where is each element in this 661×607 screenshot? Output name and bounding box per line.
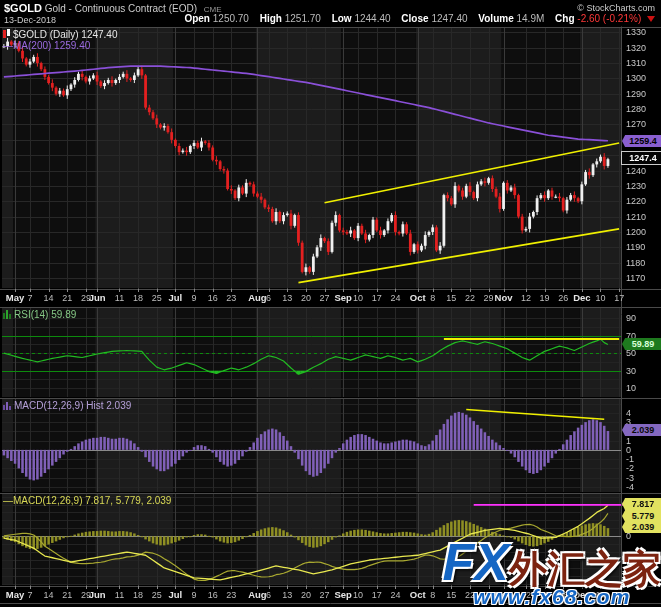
rsi-icon xyxy=(3,310,11,321)
ma200-value-badge: 1259.4 xyxy=(622,135,661,147)
macd-legend-label: —MACD(12,26,9) 7.817, 5.779, 2.039 xyxy=(3,495,171,506)
volume-label: Volume xyxy=(478,13,513,24)
open-value: 1250.70 xyxy=(213,13,249,24)
rsi-legend: RSI(14) 59.89 xyxy=(3,309,76,321)
histogram-icon xyxy=(3,401,11,412)
close-value: 1247.40 xyxy=(431,13,467,24)
ma200-legend: —MA(200) 1259.40 xyxy=(3,40,90,51)
watermark-chinese: 外汇之家 xyxy=(509,551,661,587)
rsi-legend-label: RSI(14) 59.89 xyxy=(14,309,76,320)
open-label: Open xyxy=(184,13,210,24)
chg-value: -2.60 (-0.21%) xyxy=(577,13,641,24)
low-label: Low xyxy=(332,13,352,24)
quote-bar: Open 1250.70 High 1251.70 Low 1244.40 Cl… xyxy=(176,13,655,24)
chart-title: Gold - Continuous Contract (EOD) xyxy=(45,3,197,14)
chart-canvas xyxy=(0,0,661,607)
rsi-value-badge: 59.89 xyxy=(622,338,661,350)
macd-signal-value-badge: 5.779 xyxy=(622,510,661,522)
watermark-fx: FX xyxy=(443,538,509,587)
close-label: Close xyxy=(401,13,428,24)
macd-hist-value-badge: 2.039 xyxy=(622,424,661,436)
macd-line-value-badge: 7.817 xyxy=(622,498,661,510)
copyright: © StockCharts.com xyxy=(577,3,655,13)
symbol: $GOLD xyxy=(4,2,42,14)
watermark: FX 外汇之家 www.fx68.com xyxy=(443,538,661,607)
price-legend-label: $GOLD (Daily) 1247.40 xyxy=(13,29,118,40)
chart-date: 13-Dec-2018 xyxy=(4,15,56,25)
high-value: 1251.70 xyxy=(285,13,321,24)
low-value: 1244.40 xyxy=(354,13,390,24)
macd-hist-legend-label: MACD(12,26,9) Hist 2.039 xyxy=(14,400,131,411)
macd-hist2-value-badge: 2.039 xyxy=(622,521,661,533)
watermark-row: FX 外汇之家 xyxy=(443,538,661,587)
macd-legend: —MACD(12,26,9) 7.817, 5.779, 2.039 xyxy=(3,495,171,506)
high-label: High xyxy=(260,13,282,24)
chg-down-triangle-icon xyxy=(647,16,655,22)
last-price-badge: 1247.4 xyxy=(622,152,661,164)
ma200-legend-label: —MA(200) 1259.40 xyxy=(3,40,90,51)
watermark-url: www.fx68.com xyxy=(443,587,661,607)
chg-label: Chg xyxy=(555,13,574,24)
stockcharts-gold-chart: $GOLD Gold - Continuous Contract (EOD) C… xyxy=(0,0,661,607)
volume-value: 14.9M xyxy=(516,13,544,24)
macd-hist-legend: MACD(12,26,9) Hist 2.039 xyxy=(3,400,131,412)
